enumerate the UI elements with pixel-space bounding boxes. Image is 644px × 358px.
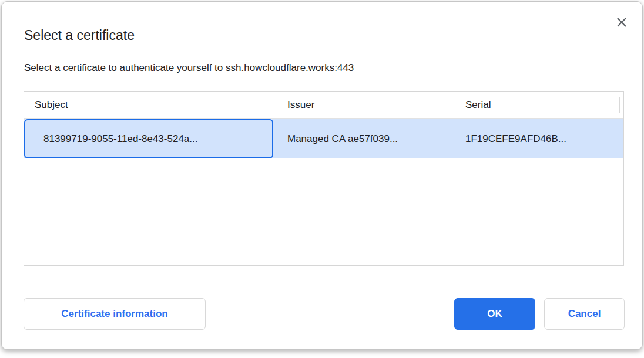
cell-subject: 81399719-9055-11ed-8e43-524a... [24, 119, 273, 158]
close-icon [616, 16, 628, 28]
column-header-issuer: Issuer [273, 92, 455, 118]
page-title: Select a certificate [24, 28, 135, 43]
cell-serial: 1F19CEFE9AFD46B... [455, 119, 623, 158]
column-header-serial: Serial [455, 92, 619, 118]
cell-issuer: Managed CA ae57f039... [273, 119, 455, 158]
column-divider [619, 97, 620, 113]
close-button[interactable] [614, 15, 629, 30]
column-header-subject: Subject [24, 92, 273, 118]
cancel-button[interactable]: Cancel [544, 298, 625, 330]
table-header: Subject Issuer Serial [24, 92, 623, 119]
dialog-subtitle: Select a certificate to authenticate you… [24, 62, 354, 74]
certificate-select-dialog: Select a certificate Select a certificat… [1, 1, 643, 350]
table-row[interactable]: 81399719-9055-11ed-8e43-524a... Managed … [24, 119, 623, 158]
certificate-information-button[interactable]: Certificate information [24, 298, 206, 330]
ok-button[interactable]: OK [454, 298, 535, 330]
certificate-table: Subject Issuer Serial 81399719-9055-11ed… [24, 91, 624, 266]
